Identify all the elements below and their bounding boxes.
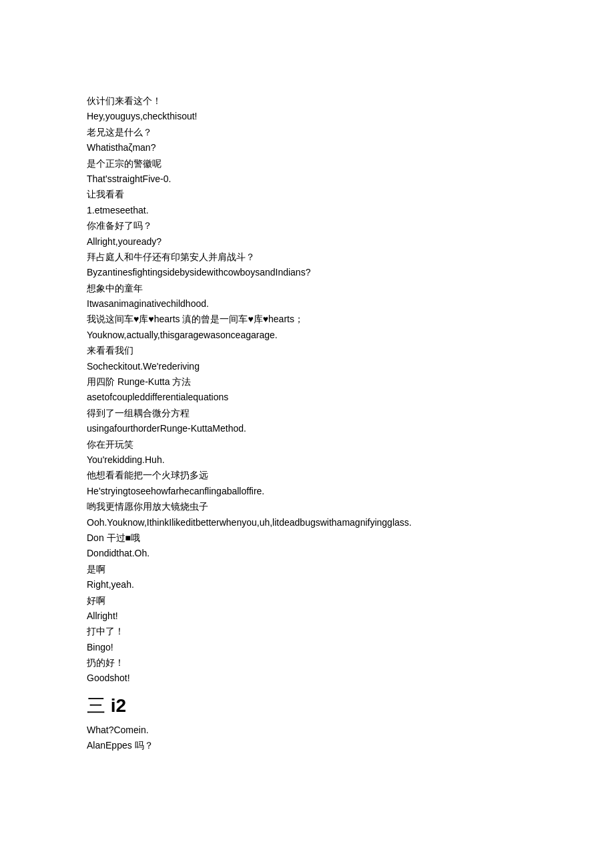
line-18: Socheckitout.We'rederiving [87,359,527,374]
line-30: Dondidthat.Oh. [87,546,527,560]
line-13: 想象中的童年 [87,281,527,296]
section-heading: 三 i2 [87,691,527,721]
line-33: 好啊 [87,593,527,608]
line-1: 伙计们来看这个！ [87,93,527,108]
line-10: Allright,youready? [87,234,527,249]
line-12: Byzantinesfightingsidebysidewithcowboysa… [87,265,527,280]
line-4: Whatisthaζman? [87,140,527,155]
line-29: Don 干过■哦 [87,530,527,545]
line-5: 是个正宗的警徽呢 [87,156,527,171]
line-27: 哟我更情愿你用放大镜烧虫子 [87,499,527,514]
line-36: Bingo! [87,640,527,655]
line-20: asetofcoupleddifferentialequations [87,390,527,404]
line-8: 1.etmeseethat. [87,203,527,218]
line-41: AlanEppes 吗？ [87,738,527,753]
line-16: Youknow,actually,thisgaragewasonceagarag… [87,328,527,342]
line-7: 让我看看 [87,187,527,201]
line-3: 老兄这是什么？ [87,125,527,139]
line-34: Allright! [87,608,527,623]
line-40: What?Comein. [87,723,527,737]
line-25: 他想看看能把一个火球扔多远 [87,468,527,482]
line-19: 用四阶 Runge-Kutta 方法 [87,374,527,389]
line-2: Hey,youguys,checkthisout! [87,109,527,123]
line-26: He'stryingtoseehowfarhecanflingaballoffi… [87,484,527,498]
line-22: usingafourthorderRunge-KuttaMethod. [87,421,527,436]
line-15: 我说这间车♥库♥hearts 滇的曾是一间车♥库♥hearts； [87,312,527,326]
line-32: Right,yeah. [87,577,527,592]
kanji-character: 三 [87,695,105,716]
line-21: 得到了一组耦合微分方程 [87,406,527,420]
line-11: 拜占庭人和牛仔还有印第安人并肩战斗？ [87,250,527,264]
line-28: Ooh.Youknow,IthinkIlikeditbetterwhenyou,… [87,515,527,530]
chapter-number: i2 [111,695,126,716]
line-31: 是啊 [87,562,527,576]
line-14: Itwasanimaginativechildhood. [87,296,527,311]
line-35: 打中了！ [87,624,527,638]
line-9: 你准备好了吗？ [87,218,527,233]
line-23: 你在开玩笑 [87,437,527,452]
line-37: 扔的好！ [87,655,527,670]
main-content: 伙计们来看这个！ Hey,youguys,checkthisout! 老兄这是什… [87,93,527,753]
line-24: You'rekidding.Huh. [87,452,527,467]
line-38: Goodshot! [87,671,527,685]
line-17: 来看看我们 [87,343,527,358]
line-6: That'sstraightFive-0. [87,171,527,186]
